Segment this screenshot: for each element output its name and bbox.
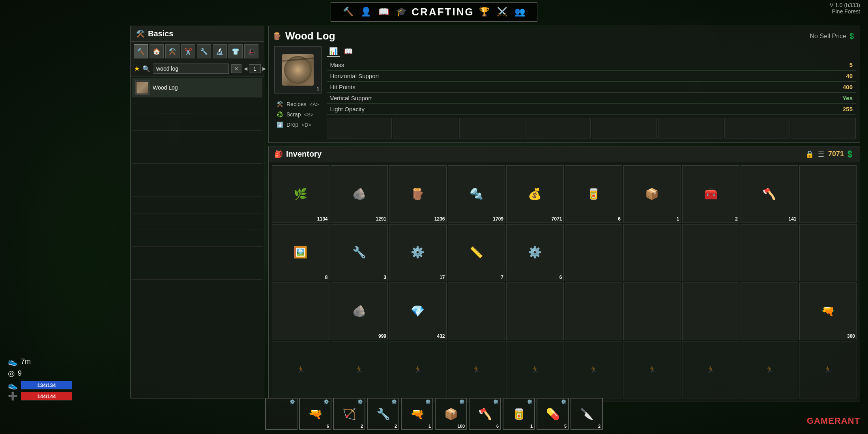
- inv-slot-35[interactable]: 🏃: [565, 341, 623, 399]
- list-item[interactable]: [132, 230, 262, 247]
- grid-cell[interactable]: [327, 118, 392, 138]
- list-item[interactable]: [132, 197, 262, 213]
- hotbar-slot-3[interactable]: ⚙️ 🔧 2: [367, 398, 399, 430]
- cat-house[interactable]: 🏠: [150, 44, 164, 58]
- inv-slot-15[interactable]: [565, 224, 623, 282]
- list-item[interactable]: [132, 97, 262, 114]
- group-icon[interactable]: 👥: [514, 7, 525, 17]
- inv-slot-11[interactable]: 🔧 3: [331, 224, 388, 282]
- hotbar-slot-5[interactable]: ⚙️ 📦 100: [435, 398, 467, 430]
- list-item[interactable]: [132, 263, 262, 280]
- inv-slot-27[interactable]: [682, 282, 740, 340]
- grid-cell[interactable]: [459, 118, 524, 138]
- tab-stats[interactable]: 📊: [327, 46, 340, 57]
- inv-slot-34[interactable]: 🏃: [506, 341, 564, 399]
- inv-slot-20[interactable]: [272, 282, 329, 340]
- grid-cell[interactable]: [592, 118, 657, 138]
- hotbar-slot-6[interactable]: ⚙️ 🪓 6: [469, 398, 501, 430]
- list-item[interactable]: Wood Log: [132, 78, 262, 97]
- list-item[interactable]: [132, 280, 262, 296]
- inv-slot-21[interactable]: 🪨 999: [331, 282, 388, 340]
- list-item[interactable]: [132, 131, 262, 147]
- drop-button[interactable]: ⬇️ Drop <D>: [273, 120, 323, 130]
- list-item[interactable]: [132, 180, 262, 197]
- hotbar-slot-2[interactable]: ⚙️ 🏹 2: [333, 398, 365, 430]
- inv-slot-38[interactable]: 🏃: [741, 341, 798, 399]
- hotbar-slot-7[interactable]: ⚙️ 🥫 1: [503, 398, 535, 430]
- favorite-button[interactable]: ★: [134, 64, 140, 73]
- hotbar-slot-4[interactable]: ⚙️ 🔫 1: [401, 398, 433, 430]
- search-input[interactable]: [153, 64, 229, 74]
- list-item[interactable]: [132, 114, 262, 131]
- inv-slot-12[interactable]: ⚙️ 17: [389, 224, 447, 282]
- inv-slot-13[interactable]: 📏 7: [448, 224, 505, 282]
- inv-slot-25[interactable]: [565, 282, 623, 340]
- inv-slot-23[interactable]: [448, 282, 505, 340]
- inv-slot-18[interactable]: [741, 224, 798, 282]
- tab-info[interactable]: 📖: [342, 46, 355, 57]
- cat-shirt[interactable]: 👕: [228, 44, 243, 58]
- inv-slot-29[interactable]: 🔫 300: [799, 282, 857, 340]
- inv-slot-16[interactable]: [623, 224, 681, 282]
- inv-slot-4[interactable]: 💰 7071: [506, 165, 564, 223]
- book-nav-icon[interactable]: 📖: [378, 7, 389, 17]
- clear-search-button[interactable]: ✕: [231, 64, 241, 73]
- inv-slot-39[interactable]: 🏃: [799, 341, 857, 399]
- stat-vert-label: Vertical Support: [330, 95, 372, 101]
- inv-slot-0[interactable]: 🌿 1134: [272, 165, 329, 223]
- inv-slot-3[interactable]: 🔩 1709: [448, 165, 505, 223]
- sword-icon[interactable]: ⚔️: [497, 7, 507, 17]
- grid-cell[interactable]: [526, 118, 591, 138]
- grid-cell[interactable]: [658, 118, 723, 138]
- grid-cell[interactable]: [724, 118, 789, 138]
- inv-slot-33[interactable]: 🏃: [448, 341, 505, 399]
- inv-slot-37[interactable]: 🏃: [682, 341, 740, 399]
- qty-increase-button[interactable]: ▶: [262, 66, 266, 71]
- hotbar-slot-0[interactable]: ⚙️: [265, 398, 297, 430]
- hotbar-slot-9[interactable]: 🔪 2: [571, 398, 603, 430]
- inv-slot-22[interactable]: 💎 432: [389, 282, 447, 340]
- cat-science[interactable]: 🔬: [213, 44, 227, 58]
- grid-cell[interactable]: [393, 118, 458, 138]
- list-item[interactable]: [132, 213, 262, 230]
- cat-tools[interactable]: ⚒️: [165, 44, 180, 58]
- inv-slot-9[interactable]: [799, 165, 857, 223]
- player-nav-icon[interactable]: 👤: [361, 7, 371, 17]
- cat-scissors[interactable]: ✂️: [181, 44, 195, 58]
- inv-slot-36[interactable]: 🏃: [623, 341, 681, 399]
- hotbar-slot-1[interactable]: ⚙️ 🔫 6: [299, 398, 331, 430]
- inv-slot-31[interactable]: 🏃: [331, 341, 388, 399]
- inv-slot-10[interactable]: 🖼️ 8: [272, 224, 329, 282]
- inv-slot-19[interactable]: [799, 224, 857, 282]
- inv-slot-7[interactable]: 🧰 2: [682, 165, 740, 223]
- grid-cell[interactable]: [791, 118, 856, 138]
- inv-slot-30[interactable]: 🏃: [272, 341, 329, 399]
- lock-icon[interactable]: 🔒: [805, 150, 814, 159]
- inv-slot-28[interactable]: [741, 282, 798, 340]
- list-item[interactable]: [132, 147, 262, 164]
- cat-hammer[interactable]: 🔨: [134, 44, 148, 58]
- inv-slot-26[interactable]: [623, 282, 681, 340]
- inv-slot-2[interactable]: 🪵 1236: [389, 165, 447, 223]
- cat-wrench[interactable]: 🔧: [197, 44, 211, 58]
- recipes-button[interactable]: ⚒️ Recipes <A>: [273, 99, 323, 109]
- inv-slot-24[interactable]: [506, 282, 564, 340]
- scrap-button[interactable]: ♻️ Scrap <S>: [273, 109, 323, 120]
- qty-decrease-button[interactable]: ◀: [244, 66, 247, 71]
- inv-slot-14[interactable]: ⚙️ 6: [506, 224, 564, 282]
- inv-slot-32[interactable]: 🏃: [389, 341, 447, 399]
- crafting-nav-icon[interactable]: 🎓: [396, 7, 407, 17]
- trophy-icon[interactable]: 🏆: [479, 7, 490, 17]
- inv-slot-17[interactable]: [682, 224, 740, 282]
- inv-slot-8[interactable]: 🪓 141: [741, 165, 798, 223]
- inv-slot-6[interactable]: 📦 1: [623, 165, 681, 223]
- list-item[interactable]: [132, 164, 262, 180]
- list-item[interactable]: [132, 247, 262, 263]
- inv-slot-1[interactable]: 🪨 1291: [331, 165, 388, 223]
- inv-slot-5[interactable]: 🥫 6: [565, 165, 623, 223]
- hotbar-slot-8[interactable]: ⚙️ 💊 5: [537, 398, 569, 430]
- hammer-nav-icon[interactable]: 🔨: [343, 7, 354, 17]
- sort-icon[interactable]: ☰: [818, 150, 824, 159]
- basics-panel: ⚒️ Basics 🔨 🏠 ⚒️ ✂️ 🔧 🔬 👕 🎩 ★ 🔍 ✕ ◀ 1 ▶: [130, 26, 264, 398]
- cat-hat[interactable]: 🎩: [244, 44, 258, 58]
